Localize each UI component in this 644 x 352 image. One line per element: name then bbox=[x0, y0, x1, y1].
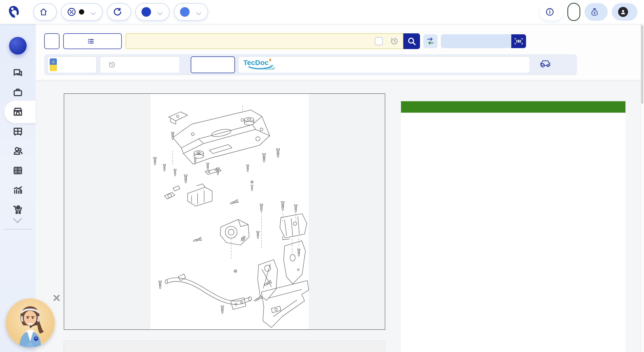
svg-text:INSIDE: INSIDE bbox=[264, 67, 275, 71]
assortment-toggle[interactable] bbox=[375, 37, 386, 45]
cart-plus-icon bbox=[12, 204, 23, 215]
app-root: $ bbox=[0, 0, 644, 352]
info-icon bbox=[546, 8, 554, 16]
chevron-down-icon bbox=[90, 10, 96, 14]
swap-search-mode-button[interactable] bbox=[423, 34, 438, 48]
help-button[interactable] bbox=[540, 3, 563, 21]
chat-icon bbox=[12, 67, 23, 78]
group-search-button[interactable] bbox=[63, 33, 122, 49]
save-vehicle-button[interactable] bbox=[540, 59, 554, 68]
ua-flag-icon: ψ bbox=[50, 58, 57, 71]
sidebar-item-orders[interactable] bbox=[0, 83, 36, 102]
user-menu[interactable] bbox=[612, 3, 637, 21]
add-new-button[interactable] bbox=[9, 37, 27, 55]
assortment-checkbox[interactable] bbox=[375, 37, 383, 45]
fasteners bbox=[154, 132, 300, 314]
balance-button[interactable]: $ bbox=[584, 3, 608, 21]
top-header: $ bbox=[0, 0, 644, 24]
barcode-scan-button[interactable] bbox=[511, 34, 526, 48]
chart-icon bbox=[12, 185, 23, 196]
modules-grid-icon bbox=[12, 165, 23, 176]
parts-diagram-panel bbox=[64, 93, 385, 330]
sidebar-collapse-chevron[interactable] bbox=[12, 216, 24, 223]
hide-catalog-button[interactable] bbox=[191, 56, 235, 73]
refresh-icon bbox=[113, 8, 122, 16]
tecdoc-logo: TecDoc INSIDE bbox=[242, 57, 282, 72]
svg-text:TecDoc: TecDoc bbox=[243, 59, 268, 66]
controls-panel bbox=[64, 340, 385, 352]
ppo-status[interactable] bbox=[568, 3, 580, 21]
tasks-dropdown[interactable] bbox=[135, 3, 170, 21]
parts-table-header bbox=[401, 101, 626, 113]
vehicle-toolbar: ψ TecDoc INSIDE bbox=[44, 54, 577, 75]
vehicle-selector[interactable]: TecDoc INSIDE bbox=[238, 56, 530, 73]
chats-dropdown[interactable] bbox=[174, 3, 208, 21]
barcode-sale-input[interactable] bbox=[441, 34, 511, 48]
chevron-down-icon bbox=[196, 10, 202, 14]
main-search-input[interactable] bbox=[126, 33, 403, 49]
sidebar-item-chat[interactable] bbox=[0, 63, 36, 83]
sidebar-item-modules[interactable] bbox=[0, 161, 36, 180]
sidebar-item-store[interactable] bbox=[0, 102, 36, 122]
percent-icon bbox=[67, 8, 76, 16]
store-icon bbox=[12, 106, 23, 117]
logo-icon bbox=[7, 5, 20, 19]
tasks-count-badge bbox=[142, 7, 151, 17]
clients-icon bbox=[12, 145, 23, 156]
parts-diagram-image[interactable] bbox=[150, 94, 309, 329]
vin-field[interactable] bbox=[100, 56, 180, 73]
app-logo[interactable] bbox=[7, 5, 23, 19]
barcode-icon bbox=[514, 37, 524, 46]
status-dot bbox=[79, 9, 84, 15]
add-search-tab-button[interactable] bbox=[44, 33, 60, 49]
search-history-icon[interactable] bbox=[390, 37, 398, 46]
list-icon bbox=[87, 38, 94, 45]
sidebar-item-reports[interactable] bbox=[0, 180, 36, 200]
home-icon bbox=[40, 8, 48, 16]
sidebar-item-warehouse[interactable] bbox=[0, 122, 36, 141]
currency-rate-button[interactable] bbox=[107, 3, 131, 21]
sidebar-divider bbox=[4, 229, 32, 230]
money-bag-icon: $ bbox=[591, 8, 598, 16]
sidebar-menu bbox=[0, 63, 36, 219]
cen-button[interactable] bbox=[33, 3, 57, 21]
assistant-avatar[interactable] bbox=[6, 298, 55, 347]
scrollbar-thumb[interactable] bbox=[641, 25, 643, 104]
swap-arrows-icon bbox=[426, 37, 434, 46]
assistant-illustration bbox=[6, 298, 55, 347]
briefcase-icon bbox=[12, 87, 23, 98]
parts-table bbox=[401, 101, 626, 352]
chats-count-badge bbox=[180, 7, 190, 17]
pricing-dropdown[interactable] bbox=[61, 3, 103, 21]
svg-text:$: $ bbox=[594, 11, 596, 15]
search-button[interactable] bbox=[403, 33, 420, 49]
close-assistant-icon[interactable]: ✕ bbox=[52, 293, 61, 303]
vin-history-icon[interactable] bbox=[108, 61, 116, 69]
user-avatar-icon bbox=[618, 7, 628, 17]
search-icon bbox=[407, 37, 416, 46]
sidebar-item-clients[interactable] bbox=[0, 141, 36, 161]
warehouse-icon bbox=[12, 126, 23, 137]
window-scrollbar[interactable] bbox=[640, 24, 644, 352]
car-check-icon bbox=[540, 59, 551, 68]
plate-number-field[interactable]: ψ bbox=[48, 56, 96, 73]
exploded-view-drawing bbox=[150, 94, 309, 329]
chevron-down-icon bbox=[157, 10, 164, 14]
